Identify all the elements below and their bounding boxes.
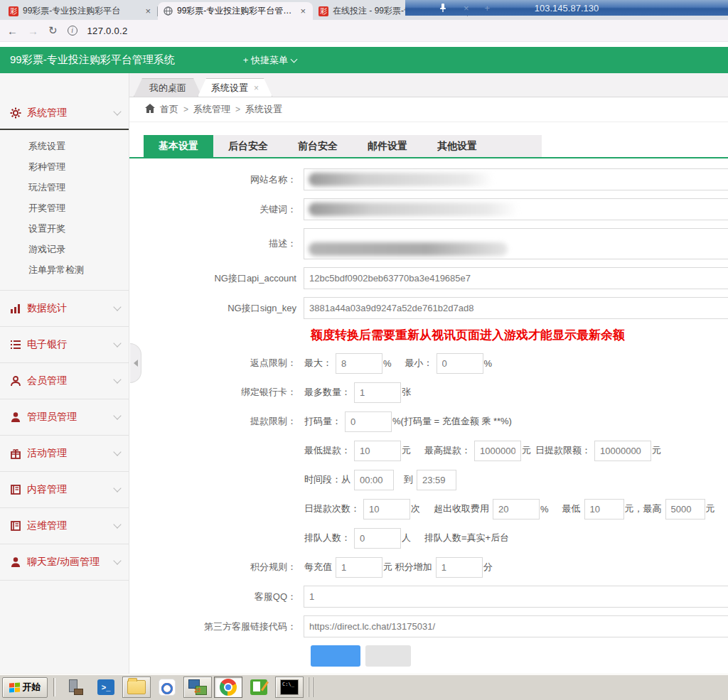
remote-desktop-icon[interactable]: ⇄ bbox=[183, 677, 212, 698]
editor-icon[interactable] bbox=[245, 677, 273, 698]
text-input[interactable] bbox=[436, 557, 483, 578]
page-tab-close-icon[interactable]: × bbox=[254, 83, 259, 93]
settings-tab[interactable]: 后台安全 bbox=[213, 135, 283, 157]
settings-tab-underline bbox=[129, 157, 728, 158]
text-input[interactable] bbox=[665, 499, 705, 519]
text-input[interactable] bbox=[354, 382, 401, 403]
browser-tab[interactable]: 彩99彩票-专业投注购彩平台× bbox=[3, 2, 158, 20]
sidebar-group-5[interactable]: 活动管理 bbox=[0, 436, 129, 471]
browser-tab[interactable]: 99彩票-专业投注购彩平台管理系× bbox=[158, 2, 313, 20]
sidebar-item[interactable]: 开奖管理 bbox=[0, 198, 129, 218]
text-input[interactable] bbox=[594, 441, 651, 461]
sidebar-collapse-handle[interactable] bbox=[130, 343, 141, 383]
cmd-icon[interactable]: C:\_ bbox=[275, 677, 304, 698]
content-area: 我的桌面系统设置× 首页>系统管理>系统设置 基本设置后台安全前台安全邮件设置其… bbox=[129, 73, 728, 700]
field-controls bbox=[304, 267, 728, 289]
start-button[interactable]: 开始 bbox=[2, 677, 48, 698]
chevron-down-icon bbox=[113, 107, 121, 115]
settings-tab[interactable]: 前台安全 bbox=[283, 135, 353, 157]
home-icon bbox=[145, 104, 155, 115]
inline-label: 日提款次数： bbox=[304, 502, 360, 515]
sidebar-group-3[interactable]: 会员管理 bbox=[0, 363, 129, 399]
page-tab[interactable]: 我的桌面 bbox=[134, 78, 202, 97]
field-label: 第三方客服链接代码： bbox=[129, 620, 304, 633]
sidebar-group-7[interactable]: 运维管理 bbox=[0, 508, 129, 544]
sidebar-item[interactable]: 注单异常检测 bbox=[0, 259, 129, 280]
sidebar-item[interactable]: 系统设置 bbox=[0, 136, 129, 156]
redacted-field[interactable] bbox=[304, 228, 728, 259]
rings-app-icon[interactable] bbox=[153, 677, 181, 698]
form-row: 关键词： bbox=[129, 198, 728, 220]
rdp-host-address: 103.145.87.130 bbox=[405, 3, 728, 14]
text-input[interactable] bbox=[493, 499, 540, 519]
sidebar-item[interactable]: 游戏记录 bbox=[0, 239, 129, 259]
text-input[interactable] bbox=[354, 470, 394, 490]
settings-form: 网站名称：关键词：描述：NG接口api_accountNG接口sign_key额… bbox=[129, 158, 728, 667]
quick-menu-button[interactable]: + 快捷菜单 bbox=[243, 54, 296, 67]
taskbar-grip[interactable] bbox=[308, 677, 314, 697]
chevron-down-icon bbox=[113, 339, 121, 347]
page-tab[interactable]: 系统设置× bbox=[198, 78, 272, 97]
sidebar-item[interactable]: 玩法管理 bbox=[0, 177, 129, 198]
field-label: 描述： bbox=[129, 237, 304, 250]
sidebar-group-2[interactable]: 电子银行 bbox=[0, 327, 129, 362]
server-manager-icon[interactable] bbox=[61, 677, 90, 698]
inline-label: 元 积分增加 bbox=[383, 561, 432, 574]
site-info-icon[interactable]: i bbox=[68, 26, 77, 36]
sidebar-item[interactable]: 设置开奖 bbox=[0, 218, 129, 239]
form-row: 描述： bbox=[129, 228, 728, 259]
explorer-icon[interactable] bbox=[122, 677, 151, 698]
tab-close-icon[interactable]: × bbox=[144, 6, 152, 16]
settings-tab[interactable]: 基本设置 bbox=[144, 135, 213, 157]
tab-close-icon[interactable]: × bbox=[299, 6, 307, 16]
text-input[interactable] bbox=[304, 586, 728, 608]
field-controls bbox=[304, 586, 728, 608]
powershell-icon[interactable]: >_ bbox=[92, 677, 120, 698]
list-icon bbox=[10, 339, 21, 350]
sidebar-group-4[interactable]: 管理员管理 bbox=[0, 399, 129, 435]
settings-tab[interactable]: 其他设置 bbox=[422, 135, 492, 157]
text-input[interactable] bbox=[474, 441, 521, 461]
sidebar-group-8[interactable]: 聊天室/动画管理 bbox=[0, 544, 129, 580]
text-input[interactable] bbox=[345, 411, 392, 432]
inline-label: 时间段：从 bbox=[304, 473, 350, 486]
reload-icon[interactable]: ↻ bbox=[48, 24, 58, 37]
browser-chrome: 彩99彩票-专业投注购彩平台×99彩票-专业投注购彩平台管理系×彩在线投注 - … bbox=[0, 0, 728, 47]
field-label: 提款限制： bbox=[129, 415, 304, 428]
redacted-field[interactable] bbox=[304, 198, 728, 220]
text-input[interactable] bbox=[336, 353, 382, 374]
submit-button[interactable] bbox=[311, 645, 360, 667]
settings-tab[interactable]: 邮件设置 bbox=[353, 135, 422, 157]
text-input[interactable] bbox=[304, 297, 728, 319]
form-row: 返点限制：最大：%最小：% bbox=[129, 352, 728, 374]
breadcrumb-item[interactable]: 首页 bbox=[160, 103, 178, 116]
breadcrumb-item[interactable]: 系统管理 bbox=[193, 103, 230, 116]
chrome-icon[interactable] bbox=[214, 677, 242, 698]
redacted-field[interactable] bbox=[304, 168, 728, 190]
breadcrumb-item[interactable]: 系统设置 bbox=[245, 103, 282, 116]
sidebar-group-1[interactable]: 数据统计 bbox=[0, 291, 129, 326]
reset-button[interactable] bbox=[365, 645, 411, 667]
text-input[interactable] bbox=[363, 499, 410, 519]
text-input[interactable] bbox=[304, 267, 728, 289]
sidebar-item[interactable]: 彩种管理 bbox=[0, 156, 129, 177]
sidebar-group-0[interactable]: 系统管理 bbox=[0, 97, 129, 130]
text-input[interactable] bbox=[336, 557, 382, 578]
back-icon[interactable]: ← bbox=[7, 25, 18, 37]
inline-label: 次 bbox=[411, 502, 420, 515]
text-input[interactable] bbox=[437, 353, 483, 374]
text-input[interactable] bbox=[584, 499, 624, 519]
forward-icon[interactable]: → bbox=[28, 25, 38, 37]
address-bar[interactable]: 127.0.0.2 bbox=[87, 26, 128, 36]
inline-label: 元 bbox=[522, 444, 531, 457]
text-input[interactable] bbox=[304, 615, 728, 637]
sidebar-group-label: 活动管理 bbox=[27, 447, 114, 460]
sidebar-group-label: 电子银行 bbox=[27, 338, 114, 351]
inline-label: 打码量： bbox=[304, 415, 341, 428]
form-row: NG接口sign_key bbox=[129, 297, 728, 319]
sidebar-group-6[interactable]: 内容管理 bbox=[0, 472, 129, 507]
text-input[interactable] bbox=[417, 470, 456, 490]
chevron-down-icon bbox=[113, 484, 121, 492]
text-input[interactable] bbox=[354, 528, 401, 549]
text-input[interactable] bbox=[354, 441, 401, 461]
